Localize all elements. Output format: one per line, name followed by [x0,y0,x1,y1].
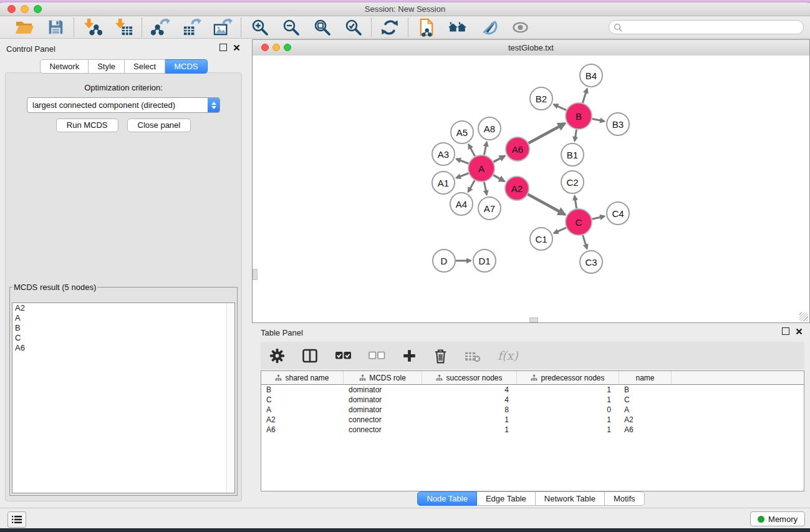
result-list-item[interactable]: A [12,313,234,323]
table-row[interactable]: A2connector11A2 [261,415,804,425]
table-row[interactable]: A6connector11A6 [261,425,804,435]
graph-edge-A-A1[interactable] [456,173,469,178]
result-list-item[interactable]: C [12,333,234,343]
graph-edge-C-C3[interactable] [583,235,587,249]
export-network-icon[interactable] [150,18,170,37]
graph-edge-A-A8[interactable] [484,142,486,155]
result-list-item[interactable]: B [12,323,234,333]
save-session-icon[interactable] [46,18,65,37]
network-window-title: testGlobe.txt [253,43,809,52]
graph-edge-B-B4[interactable] [582,89,587,103]
column-header-successor-nodes[interactable]: successor nodes [422,371,517,384]
task-history-button[interactable] [7,511,26,528]
tab-select[interactable]: Select [125,59,165,74]
table-row[interactable]: Bdominator41B [261,385,804,395]
split-panel-icon[interactable] [302,348,318,364]
list-icon [11,515,22,524]
graph-edge-A-A3[interactable] [456,159,469,163]
delete-row-icon[interactable] [433,348,448,364]
import-network-icon[interactable] [82,18,102,37]
zoom-selected-icon[interactable] [343,18,363,37]
network-from-file-icon[interactable] [417,18,436,37]
graph-edge-C-C2[interactable] [574,196,576,209]
home-icon[interactable] [448,18,468,37]
result-scrollbar[interactable] [226,303,234,493]
settings-gear-icon[interactable] [269,348,285,364]
hide-labels-icon[interactable] [479,18,499,37]
delete-table-icon [465,349,481,363]
graph-edge-A-A7[interactable] [484,182,486,195]
table-cell: C [619,395,672,405]
export-image-icon[interactable] [213,18,233,37]
table-tab-network-table[interactable]: Network Table [536,491,605,506]
open-file-icon[interactable] [14,18,34,37]
network-canvas[interactable]: AA1A2A3A4A5A6A7A8BB1B2B3B4CC1C2C3C4DD1 [253,56,809,322]
table-tab-node-table[interactable]: Node Table [417,491,477,506]
graph-node-label-A7: A7 [484,203,495,214]
graph-edge-A2-C[interactable] [528,195,565,215]
export-table-icon[interactable] [181,18,201,37]
zoom-fit-icon[interactable] [312,18,332,37]
table-cell: connector [344,415,422,425]
graph-edge-A-A6[interactable] [493,156,504,162]
close-panel-icon[interactable] [233,44,240,51]
run-mcds-button[interactable]: Run MCDS [56,118,118,132]
column-header-predecessor-nodes[interactable]: predecessor nodes [517,371,619,384]
import-table-icon[interactable] [113,18,133,37]
table-row[interactable]: Adominator80A [261,405,804,415]
deselect-all-icon[interactable] [369,350,385,361]
select-all-icon[interactable] [335,350,352,361]
shared-column-icon [275,374,282,381]
table-row[interactable]: Cdominator41C [261,395,804,405]
graph-edge-C-C1[interactable] [554,228,566,233]
table-close-panel-icon[interactable] [796,328,803,335]
graph-edge-A-A2[interactable] [493,175,504,181]
tab-network[interactable]: Network [40,59,89,74]
graph-edge-B-B3[interactable] [592,118,605,121]
table-cell: dominator [344,405,422,415]
graph-node-label-D1: D1 [478,256,490,266]
graph-edge-A-A4[interactable] [468,180,475,192]
table-tab-motifs[interactable]: Motifs [605,491,645,506]
table-tab-edge-table[interactable]: Edge Table [477,491,536,506]
graph-node-label-B1: B1 [567,150,578,160]
graph-node-label-C2: C2 [566,177,578,188]
table-cell: 0 [517,405,619,415]
zoom-in-icon[interactable] [249,18,269,37]
graph-node-label-C1: C1 [535,234,547,244]
graph-edge-A6-B[interactable] [529,123,565,143]
table-cell: C [261,395,344,405]
zoom-out-icon[interactable] [281,18,301,37]
show-details-icon[interactable] [510,18,530,37]
graph-edge-C-C4[interactable] [592,216,604,219]
refresh-icon[interactable] [380,18,400,37]
table-cell: 1 [517,395,619,405]
result-list-item[interactable]: A6 [12,343,234,353]
graph-node-label-A8: A8 [484,123,495,134]
search-input[interactable] [625,22,799,32]
network-horizontal-scrollbar[interactable] [529,317,538,322]
column-header-shared-name[interactable]: shared name [261,371,344,384]
add-row-icon[interactable] [402,349,417,363]
tab-style[interactable]: Style [89,59,125,74]
result-list-item[interactable]: A2 [12,303,234,313]
table-float-panel-icon[interactable] [782,327,789,335]
network-vertical-scrollbar[interactable] [253,269,258,280]
tab-mcds[interactable]: MCDS [165,59,207,74]
search-box[interactable] [609,20,804,34]
column-header-name[interactable]: name [619,371,672,384]
close-panel-button[interactable]: Close panel [127,118,191,132]
column-header-mcds-role[interactable]: MCDS role [344,371,422,384]
criterion-value: largest connected component (directed) [27,100,208,110]
graph-edge-B-B1[interactable] [575,130,577,142]
graph-edge-B-B2[interactable] [554,104,566,110]
criterion-dropdown[interactable]: largest connected component (directed) [27,97,220,113]
memory-button[interactable]: Memory [750,511,805,526]
table-cell: dominator [344,395,422,405]
float-panel-icon[interactable] [219,44,227,51]
mcds-result-title: MCDS result (5 nodes) [12,283,97,292]
table-cell: B [261,385,344,395]
window-resize-grip[interactable] [799,312,808,321]
table-cell: 8 [422,405,517,415]
graph-edge-A-A5[interactable] [468,144,475,156]
